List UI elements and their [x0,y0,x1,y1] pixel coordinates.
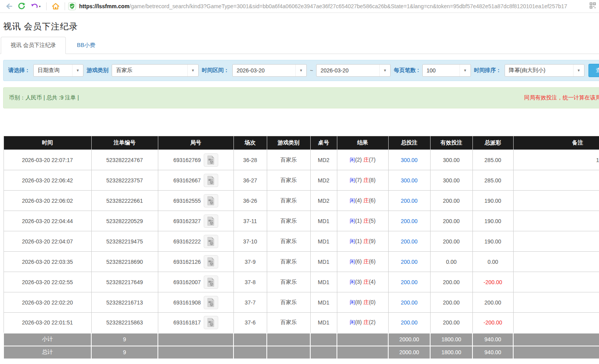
banker-label: 庄 [363,319,369,325]
sort-order-value: 降幂(由大到小) [509,67,545,74]
game-type: 百家乐 [267,252,310,272]
page-size-select[interactable]: 100 ▼ [422,64,471,77]
valid-bet: 200.00 [430,231,472,252]
banker-count: (7) [369,157,375,163]
video-file-icon [207,155,215,165]
player-label: 闲 [349,319,355,325]
back-icon[interactable] [3,1,15,11]
chevron-down-icon[interactable]: ▼ [379,65,390,76]
video-file-icon [207,216,215,226]
video-replay-button[interactable] [204,194,218,207]
undo-icon[interactable]: ▾ [28,1,43,11]
player-label: 闲 [349,279,355,285]
remark: 618.77/808.77 [513,211,599,231]
video-replay-button[interactable] [204,153,218,167]
table-number: MD1 [310,272,337,292]
game-type-select[interactable]: 百家乐 ▼ [112,64,199,77]
search-button[interactable]: 查询 [588,64,599,77]
total-bet-link[interactable]: 200.00 [388,191,430,211]
video-replay-button[interactable] [204,174,218,187]
summary-bar: 币别：人民币 | 总共 :9 注单 | 同局有效投注，统一计算在该局 [3,87,599,108]
bet-time: 2026-03-20 22:01:51 [4,313,91,333]
video-replay-button[interactable] [204,214,218,228]
video-file-icon [207,318,215,327]
query-mode-select[interactable]: 日期查询 ▼ [33,64,83,77]
grand-total-count: 9 [91,346,158,359]
bet-number: 523282215863 [91,313,158,333]
col-session: 场次 [233,136,267,150]
player-count: (1) [355,218,362,224]
video-file-icon [207,237,215,246]
chevron-down-icon[interactable]: ▼ [187,65,198,76]
banker-count: (0) [369,299,375,305]
total-payout: 0.00 [472,252,513,272]
total-bet-link[interactable]: 200.00 [388,252,430,272]
result-cell: 闲(2) 庄(7) [337,150,388,170]
player-count: (8) [355,299,362,305]
table-row: 2026-03-20 22:02:20 523282216713 6931619… [4,292,599,313]
total-bet-link[interactable]: 200.00 [388,231,430,252]
player-count: (6) [355,258,362,265]
game-type: 百家乐 [267,272,310,292]
player-count: (2) [355,157,362,163]
subtotal-total-bet: 2000.00 [388,333,430,346]
remark: 428.77/618.77 [513,231,599,252]
round-number: 693162007 [173,279,201,285]
player-count: (3) [355,279,362,285]
subtotal-total-payout: 940.00 [472,333,513,346]
url-text[interactable]: https://lssfmm.com/game/betrecord_search… [79,3,567,9]
date-to-select[interactable]: 2026-03-20 ▼ [316,64,391,77]
total-bet-link[interactable]: 200.00 [388,211,430,231]
total-bet-link[interactable]: 300.00 [388,150,430,170]
sort-order-select[interactable]: 降幂(由大到小) ▼ [505,64,585,77]
table-number: MD2 [310,191,337,211]
video-replay-button[interactable] [204,235,218,248]
total-payout: 190.00 [472,211,513,231]
tab-bet-records[interactable]: 视讯 会员下注纪录 [1,37,66,54]
secure-shield-icon [68,2,76,10]
round-number: 693162327 [173,218,201,224]
total-bet-link[interactable]: 300.00 [388,170,430,191]
undo-dropdown-caret[interactable]: ▾ [39,5,40,8]
chevron-down-icon[interactable]: ▼ [295,65,306,76]
table-row: 2026-03-20 22:03:35 523282218690 6931621… [4,252,599,272]
tab-bb-tips[interactable]: BB小费 [67,37,105,54]
col-game-type: 游戏类别 [267,136,310,150]
chevron-down-icon[interactable]: ▼ [573,65,584,76]
table-row: 2026-03-20 22:07:17 523282224767 6931627… [4,150,599,170]
grand-total-label: 总计 [4,346,91,359]
valid-bet: 0.00 [430,252,472,272]
refresh-icon[interactable] [16,1,27,11]
video-replay-button[interactable] [204,276,218,289]
player-count: (4) [355,197,362,204]
video-replay-button[interactable] [204,316,218,329]
banker-label: 庄 [363,279,369,285]
url-domain: https://lssfmm.com [79,3,129,9]
player-label: 闲 [349,258,355,265]
tab-bar: 视讯 会员下注纪录 BB小费 [0,37,599,54]
round-number: 693162222 [173,238,201,245]
game-type-value: 百家乐 [116,67,132,74]
address-bar[interactable]: https://lssfmm.com/game/betrecord_search… [68,2,587,10]
date-from-select[interactable]: 2026-03-20 ▼ [232,64,307,77]
valid-bet: 200.00 [430,313,472,333]
player-label: 闲 [349,218,355,224]
bet-number: 523282217649 [91,272,158,292]
total-payout: 285.00 [472,170,513,191]
home-icon[interactable] [50,1,62,11]
video-replay-button[interactable] [204,296,218,309]
remark: 428.77/428.77 [513,252,599,272]
round-cell: 693162327 [158,211,233,231]
qr-code-icon[interactable] [590,2,596,10]
round-number: 693162667 [173,177,201,184]
total-bet-link[interactable]: 200.00 [388,272,430,292]
total-bet-link[interactable]: 200.00 [388,313,430,333]
bet-records-table: 时间 注单编号 局号 场次 游戏类别 桌号 结果 总投注 有效投注 总派彩 备注… [3,136,599,359]
bet-time: 2026-03-20 22:02:55 [4,272,91,292]
total-bet-link[interactable]: 200.00 [388,292,430,313]
bet-number: 523282223757 [91,170,158,191]
chevron-down-icon[interactable]: ▼ [72,65,83,76]
chevron-down-icon[interactable]: ▼ [460,65,471,76]
bet-time: 2026-03-20 22:02:20 [4,292,91,313]
video-replay-button[interactable] [204,255,218,268]
